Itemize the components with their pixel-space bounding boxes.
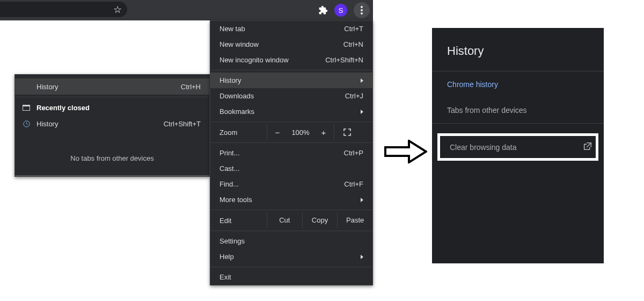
menu-find[interactable]: Find... Ctrl+F	[210, 176, 372, 192]
menu-settings[interactable]: Settings	[210, 233, 372, 249]
menu-shortcut: Ctrl+Shift+N	[325, 56, 363, 64]
menu-new-tab[interactable]: New tab Ctrl+T	[210, 21, 372, 37]
chevron-right-icon	[361, 110, 363, 114]
menu-label: Edit	[219, 217, 267, 225]
clear-browsing-data[interactable]: Clear browsing data	[437, 133, 598, 161]
sidebar-other-devices[interactable]: Tabs from other devices	[432, 97, 604, 123]
menu-edit: Edit Cut Copy Paste	[210, 212, 372, 228]
window-icon	[21, 103, 31, 112]
separator	[210, 70, 372, 70]
menu-cast[interactable]: Cast...	[210, 161, 372, 176]
sidebar-chrome-history[interactable]: Chrome history	[432, 71, 604, 97]
zoom-value: 100%	[288, 128, 313, 137]
menu-more-tools[interactable]: More tools	[210, 192, 372, 207]
svg-point-0	[361, 6, 363, 8]
zoom-out-button[interactable]: −	[267, 128, 288, 137]
menu-label: More tools	[219, 196, 361, 204]
menu-bookmarks[interactable]: Bookmarks	[210, 104, 372, 119]
menu-history[interactable]: History	[210, 73, 372, 88]
more-menu-button[interactable]	[354, 2, 370, 18]
separator	[210, 142, 372, 143]
menu-label: Help	[219, 253, 361, 261]
open-external-icon	[583, 141, 592, 153]
arrow-icon	[384, 140, 427, 163]
chrome-main-menu: New tab Ctrl+T New window Ctrl+N New inc…	[210, 20, 373, 285]
menu-shortcut: Ctrl+F	[344, 180, 363, 188]
menu-label: History	[36, 83, 181, 91]
menu-label: Print...	[219, 149, 344, 157]
profile-avatar[interactable]: S	[334, 4, 347, 17]
menu-label: Downloads	[219, 92, 345, 100]
menu-label: Zoom	[219, 128, 267, 137]
history-submenu-recently-closed[interactable]: Recently closed	[15, 99, 209, 116]
svg-point-2	[361, 12, 363, 15]
chevron-right-icon	[361, 255, 363, 259]
menu-shortcut: Ctrl+P	[344, 149, 363, 157]
chevron-right-icon	[361, 198, 363, 202]
menu-new-window[interactable]: New window Ctrl+N	[210, 37, 372, 52]
menu-label: Find...	[219, 180, 344, 188]
menu-print[interactable]: Print... Ctrl+P	[210, 145, 372, 161]
history-submenu: History Ctrl+H Recently closed History C…	[14, 74, 210, 177]
separator	[210, 231, 372, 231]
bookmark-star-icon[interactable]: ☆	[113, 4, 122, 16]
menu-shortcut: Ctrl+J	[345, 92, 363, 100]
menu-shortcut: Ctrl+N	[343, 40, 363, 48]
menu-new-incognito[interactable]: New incognito window Ctrl+Shift+N	[210, 52, 372, 68]
fullscreen-button[interactable]	[334, 128, 360, 136]
history-sidebar: History Chrome history Tabs from other d…	[432, 28, 604, 263]
menu-label: New tab	[219, 25, 344, 33]
menu-label: History	[219, 76, 361, 84]
address-bar[interactable]: ☆	[0, 2, 127, 17]
menu-label: Settings	[219, 237, 363, 245]
menu-label: Cast...	[219, 164, 363, 173]
chevron-right-icon	[361, 78, 363, 83]
panel-title: History	[432, 28, 604, 71]
menu-help[interactable]: Help	[210, 249, 372, 264]
menu-shortcut: Ctrl+Shift+T	[164, 120, 201, 128]
menu-shortcut: Ctrl+T	[344, 25, 363, 33]
history-submenu-history[interactable]: History Ctrl+H	[15, 78, 209, 95]
browser-toolbar: ☆ S	[0, 0, 373, 20]
edit-cut-button[interactable]: Cut	[267, 212, 302, 228]
menu-exit[interactable]: Exit	[210, 269, 372, 285]
menu-label: Bookmarks	[219, 108, 361, 116]
menu-label: History	[36, 120, 164, 128]
svg-point-1	[361, 9, 363, 11]
separator	[210, 210, 372, 210]
separator	[15, 97, 209, 97]
menu-label: New incognito window	[219, 56, 325, 64]
separator	[210, 267, 372, 267]
menu-label: Recently closed	[36, 104, 201, 112]
zoom-in-button[interactable]: +	[313, 128, 334, 137]
menu-zoom: Zoom − 100% +	[210, 124, 372, 140]
edit-copy-button[interactable]: Copy	[302, 212, 338, 228]
menu-downloads[interactable]: Downloads Ctrl+J	[210, 88, 372, 104]
menu-label: Exit	[219, 273, 363, 281]
separator	[210, 121, 372, 122]
separator	[432, 123, 604, 124]
history-submenu-item[interactable]: History Ctrl+Shift+T	[15, 116, 209, 132]
history-icon	[21, 119, 31, 128]
history-submenu-footer: No tabs from other devices	[15, 132, 209, 172]
menu-label: New window	[219, 40, 343, 48]
toolbar-actions: S	[318, 0, 370, 20]
extensions-icon[interactable]	[318, 5, 328, 15]
separator	[15, 175, 209, 176]
edit-paste-button[interactable]: Paste	[337, 212, 372, 228]
clear-browsing-label: Clear browsing data	[450, 143, 583, 152]
menu-shortcut: Ctrl+H	[181, 83, 201, 91]
